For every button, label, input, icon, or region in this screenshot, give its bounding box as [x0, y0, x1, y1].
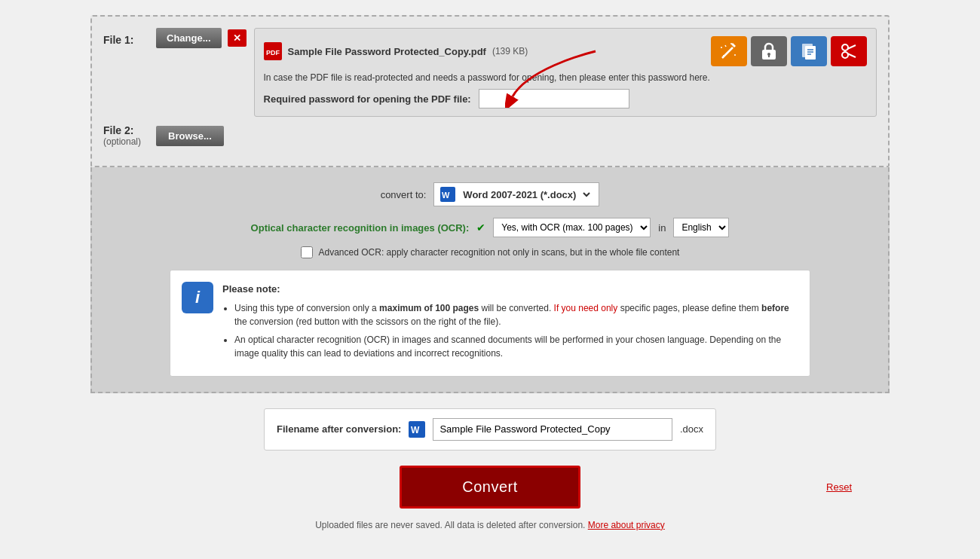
wand-icon	[719, 41, 739, 61]
password-label: Required password for opening the PDF fi…	[264, 93, 471, 105]
word-icon: W	[440, 187, 455, 202]
convert-button[interactable]: Convert	[400, 466, 580, 509]
filename-label: Filename after conversion:	[277, 423, 401, 435]
word-icon-filename: W	[409, 421, 425, 438]
pages-icon	[799, 41, 819, 61]
language-select[interactable]: English	[673, 218, 729, 237]
svg-line-8	[725, 45, 726, 47]
ocr-select[interactable]: Yes, with OCR (max. 100 pages)	[493, 218, 651, 237]
svg-rect-13	[805, 46, 816, 60]
file1-size: (139 KB)	[492, 46, 528, 57]
privacy-text: Uploaded files are never saved. All data…	[315, 520, 585, 530]
delete-file-button[interactable]: ✕	[228, 29, 247, 47]
lock-button[interactable]	[751, 36, 787, 66]
privacy-link[interactable]: More about privacy	[588, 520, 665, 530]
svg-text:W: W	[442, 191, 450, 200]
filename-input[interactable]	[433, 418, 672, 441]
file-extension: .docx	[680, 423, 703, 435]
ocr-checkmark: ✔	[476, 221, 485, 234]
browse-button[interactable]: Browse...	[156, 126, 224, 146]
scissors-button[interactable]	[831, 36, 867, 66]
reset-link[interactable]: Reset	[826, 481, 852, 493]
filename-box: Filename after conversion: W .docx	[264, 408, 716, 451]
file2-label: File 2:	[103, 124, 156, 136]
ocr-label: Optical character recognition in images …	[251, 222, 470, 234]
scissors-icon	[839, 41, 859, 61]
convert-to-label: convert to:	[381, 189, 427, 200]
password-hint: In case the PDF file is read-protected a…	[264, 72, 867, 83]
pdf-icon: PDF	[264, 42, 282, 60]
advanced-ocr-label: Advanced OCR: apply character recognitio…	[319, 247, 680, 258]
lock-icon	[761, 41, 777, 61]
svg-text:PDF: PDF	[266, 49, 280, 57]
svg-marker-3	[731, 43, 736, 47]
pages-button[interactable]	[791, 36, 827, 66]
file1-label: File 1:	[103, 34, 133, 46]
note-bullet1: Using this type of conversion only a max…	[234, 303, 789, 327]
svg-point-17	[842, 44, 848, 50]
wand-button[interactable]	[711, 36, 747, 66]
file2-optional: (optional)	[103, 136, 156, 147]
password-input[interactable]	[479, 89, 629, 108]
svg-text:W: W	[411, 425, 420, 435]
advanced-ocr-checkbox[interactable]	[301, 246, 313, 258]
note-bullet2: An optical character recognition (OCR) i…	[234, 334, 781, 359]
file1-name: Sample File Password Protected_Copy.pdf	[288, 46, 486, 57]
svg-point-18	[842, 52, 848, 58]
in-label: in	[658, 222, 666, 234]
note-content: Please note: Using this type of conversi…	[222, 282, 798, 365]
change-button[interactable]: Change...	[156, 28, 222, 48]
note-title: Please note:	[222, 282, 798, 297]
format-dropdown[interactable]: Word 2007-2021 (*.docx)	[460, 188, 593, 201]
format-select-wrapper[interactable]: W Word 2007-2021 (*.docx)	[433, 182, 599, 206]
info-icon: i	[182, 282, 213, 313]
